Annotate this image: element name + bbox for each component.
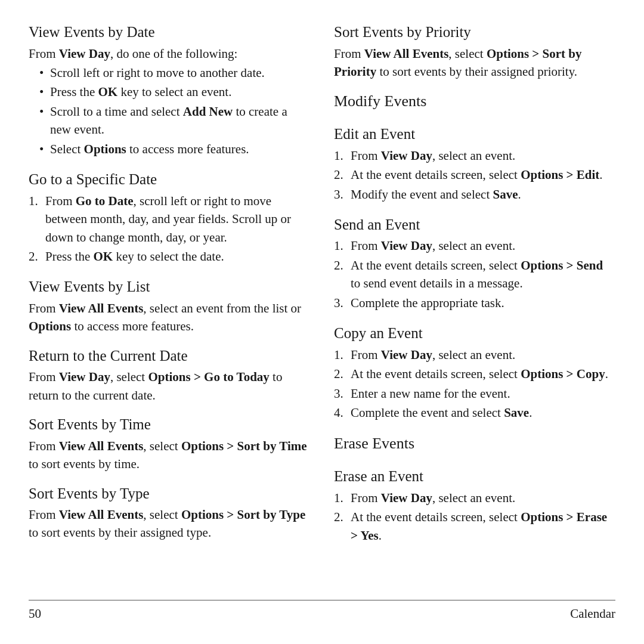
list-item: 1.From View Day, select an event.	[334, 237, 615, 255]
right-column: Sort Events by Priority From View All Ev…	[334, 23, 615, 595]
section-body-sort-events-by-type: From View All Events, select Options > S…	[29, 506, 310, 542]
section-return-to-current-date: Return to the Current Date From View Day…	[29, 346, 310, 404]
section-go-to-specific-date: Go to a Specific Date 1.From Go to Date,…	[29, 170, 310, 267]
section-body-view-events-by-date: From View Day, do one of the following: …	[29, 45, 310, 159]
section-view-events-by-date: View Events by Date From View Day, do on…	[29, 23, 310, 159]
list-item: 1.From View Day, select an event.	[334, 147, 615, 165]
section-body-copy-an-event: 1.From View Day, select an event. 2.At t…	[334, 346, 615, 422]
numbered-list-send-an-event: 1.From View Day, select an event. 2.At t…	[334, 237, 615, 312]
left-column: View Events by Date From View Day, do on…	[29, 23, 310, 595]
section-title-send-an-event: Send an Event	[334, 215, 615, 235]
list-item: 4.Complete the event and select Save.	[334, 404, 615, 422]
numbered-list-erase-an-event: 1.From View Day, select an event. 2.At t…	[334, 489, 615, 544]
list-item: 3.Modify the event and select Save.	[334, 185, 615, 203]
section-sort-events-by-time: Sort Events by Time From View All Events…	[29, 415, 310, 473]
list-item: 2.At the event details screen, select Op…	[334, 166, 615, 184]
bullet-list-view-events-by-date: Scroll left or right to move to another …	[29, 64, 310, 158]
list-item: 1.From View Day, select an event.	[334, 489, 615, 507]
section-sort-events-by-type: Sort Events by Type From View All Events…	[29, 484, 310, 542]
list-item: 1.From Go to Date, scroll left or right …	[29, 192, 310, 246]
section-title-erase-an-event: Erase an Event	[334, 467, 615, 487]
section-title-sort-events-by-time: Sort Events by Time	[29, 415, 310, 435]
section-sort-events-by-priority: Sort Events by Priority From View All Ev…	[334, 23, 615, 80]
section-body-return-to-current-date: From View Day, select Options > Go to To…	[29, 368, 310, 404]
list-item: 2.Press the OK key to select the date.	[29, 247, 310, 265]
section-send-an-event: Send an Event 1.From View Day, select an…	[334, 215, 615, 313]
page-number: 50	[29, 606, 41, 621]
list-item: Scroll to a time and select Add New to c…	[39, 103, 310, 139]
footer-divider: 50 Calendar	[29, 595, 615, 621]
section-edit-an-event: Edit an Event 1.From View Day, select an…	[334, 125, 615, 205]
section-modify-events: Modify Events	[334, 91, 615, 114]
list-item: Press the OK key to select an event.	[39, 83, 310, 101]
section-copy-an-event: Copy an Event 1.From View Day, select an…	[334, 324, 615, 423]
list-item: 2.At the event details screen, select Op…	[334, 256, 615, 293]
section-view-events-by-list: View Events by List From View All Events…	[29, 277, 310, 335]
section-title-return-to-current-date: Return to the Current Date	[29, 346, 310, 366]
section-body-sort-events-by-priority: From View All Events, select Options > S…	[334, 45, 615, 81]
section-body-send-an-event: 1.From View Day, select an event. 2.At t…	[334, 237, 615, 312]
page: View Events by Date From View Day, do on…	[0, 0, 644, 644]
section-title-modify-events: Modify Events	[334, 91, 615, 112]
list-item: 3.Enter a new name for the event.	[334, 385, 615, 402]
list-item: 3.Complete the appropriate task.	[334, 294, 615, 312]
section-title-erase-events: Erase Events	[334, 434, 615, 454]
section-title-sort-events-by-priority: Sort Events by Priority	[334, 23, 615, 42]
list-item: 2.At the event details screen, select Op…	[334, 508, 615, 544]
section-title-view-events-by-date: View Events by Date	[29, 23, 310, 42]
list-item: 1.From View Day, select an event.	[334, 346, 615, 364]
section-title-edit-an-event: Edit an Event	[334, 125, 615, 144]
numbered-list-edit-an-event: 1.From View Day, select an event. 2.At t…	[334, 147, 615, 203]
list-item: Select Options to access more features.	[39, 140, 310, 158]
main-content: View Events by Date From View Day, do on…	[29, 23, 615, 595]
section-body-view-events-by-list: From View All Events, select an event fr…	[29, 299, 310, 336]
section-body-edit-an-event: 1.From View Day, select an event. 2.At t…	[334, 147, 615, 203]
footer: 50 Calendar	[29, 604, 615, 621]
list-item: 2.At the event details screen, select Op…	[334, 365, 615, 383]
section-title-sort-events-by-type: Sort Events by Type	[29, 484, 310, 504]
section-body-go-to-specific-date: 1.From Go to Date, scroll left or right …	[29, 192, 310, 266]
numbered-list-go-to-specific-date: 1.From Go to Date, scroll left or right …	[29, 192, 310, 266]
section-title-go-to-specific-date: Go to a Specific Date	[29, 170, 310, 190]
numbered-list-copy-an-event: 1.From View Day, select an event. 2.At t…	[334, 346, 615, 422]
section-title-copy-an-event: Copy an Event	[334, 324, 615, 343]
section-body-erase-an-event: 1.From View Day, select an event. 2.At t…	[334, 489, 615, 544]
section-body-sort-events-by-time: From View All Events, select Options > S…	[29, 437, 310, 473]
section-erase-events: Erase Events	[334, 434, 615, 456]
list-item: Scroll left or right to move to another …	[39, 64, 310, 82]
section-erase-an-event: Erase an Event 1.From View Day, select a…	[334, 467, 615, 546]
chapter-label: Calendar	[570, 606, 615, 621]
section-title-view-events-by-list: View Events by List	[29, 277, 310, 297]
